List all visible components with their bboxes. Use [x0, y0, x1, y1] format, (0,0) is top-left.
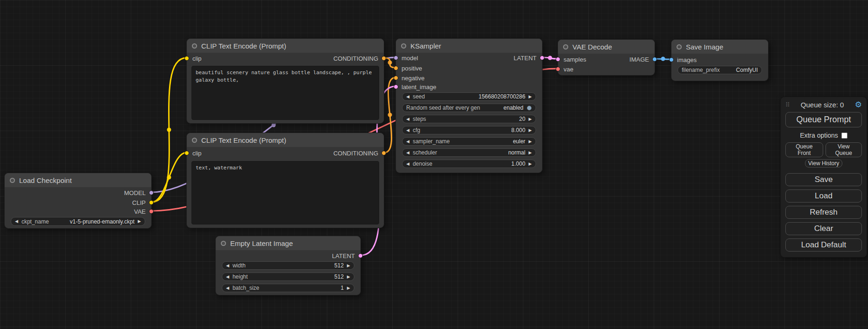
input-slot-negative[interactable]: negative [394, 74, 424, 82]
decrement-arrow-icon[interactable]: ◀ [15, 219, 18, 224]
model-port-icon[interactable] [149, 190, 154, 195]
node-load-checkpoint[interactable]: Load Checkpoint MODEL CLIP VAE ◀ ckpt_na… [4, 173, 152, 229]
node-title-bar[interactable]: CLIP Text Encode (Prompt) [187, 133, 384, 147]
widget-batch-size[interactable]: ◀ batch_size 1 ▶ [222, 284, 354, 292]
node-title-bar[interactable]: Load Checkpoint [5, 173, 151, 187]
node-empty-latent-image[interactable]: Empty Latent Image LATENT ◀ width 512 ▶ … [215, 236, 361, 295]
node-title-bar[interactable]: Empty Latent Image [216, 236, 360, 250]
input-slot-model[interactable]: model [394, 54, 418, 62]
decrement-arrow-icon[interactable]: ◀ [406, 128, 409, 133]
node-title-bar[interactable]: Save Image [671, 40, 768, 54]
decrement-arrow-icon[interactable]: ◀ [226, 275, 229, 279]
clear-button[interactable]: Clear [785, 222, 862, 235]
conditioning-port-icon[interactable] [381, 151, 386, 155]
increment-arrow-icon[interactable]: ▶ [529, 128, 532, 133]
increment-arrow-icon[interactable]: ▶ [529, 151, 532, 155]
output-slot-model[interactable]: MODEL [124, 189, 154, 197]
conditioning-port-icon[interactable] [381, 56, 386, 61]
positive-prompt-textarea[interactable] [191, 66, 379, 120]
collapse-dot-icon[interactable] [563, 44, 568, 49]
increment-arrow-icon[interactable]: ▶ [529, 162, 532, 166]
conditioning-port-icon[interactable] [394, 66, 398, 70]
decrement-arrow-icon[interactable]: ◀ [406, 151, 409, 155]
widget-steps[interactable]: ◀ steps 20 ▶ [402, 115, 536, 123]
node-title-bar[interactable]: KSampler [396, 39, 542, 53]
vae-port-icon[interactable] [556, 67, 560, 71]
output-slot-image[interactable]: IMAGE [629, 55, 657, 63]
load-default-button[interactable]: Load Default [785, 238, 862, 252]
view-queue-button[interactable]: View Queue [826, 142, 862, 157]
input-slot-latent-image[interactable]: latent_image [394, 83, 436, 91]
widget-seed[interactable]: ◀ seed 156680208700286 ▶ [402, 92, 536, 101]
output-slot-vae[interactable]: VAE [134, 207, 154, 216]
node-title-bar[interactable]: CLIP Text Encode (Prompt) [187, 39, 384, 53]
input-slot-clip[interactable]: clip [184, 54, 202, 63]
drag-handle-icon[interactable]: ⠿ [785, 101, 790, 108]
node-vae-decode[interactable]: VAE Decode samples vae IMAGE [557, 39, 655, 76]
collapse-dot-icon[interactable] [192, 43, 197, 49]
widget-scheduler[interactable]: ◀ scheduler normal ▶ [402, 148, 536, 157]
vae-port-icon[interactable] [149, 209, 154, 214]
output-slot-latent[interactable]: LATENT [332, 252, 363, 260]
widget-sampler-name[interactable]: ◀ sampler_name euler ▶ [402, 137, 536, 146]
widget-height[interactable]: ◀ height 512 ▶ [222, 273, 354, 281]
view-history-button[interactable]: View History [805, 159, 842, 168]
increment-arrow-icon[interactable]: ▶ [347, 275, 350, 279]
widget-filename-prefix[interactable]: filename_prefix ComfyUI [677, 66, 762, 74]
widget-control-after-generate[interactable]: Random seed after every gen enabled [402, 104, 536, 112]
input-slot-samples[interactable]: samples [556, 55, 586, 63]
image-port-icon[interactable] [669, 57, 674, 62]
model-port-icon[interactable] [394, 56, 398, 60]
node-clip-text-encode-positive[interactable]: CLIP Text Encode (Prompt) clip CONDITION… [186, 38, 384, 124]
decrement-arrow-icon[interactable]: ◀ [406, 162, 409, 166]
load-button[interactable]: Load [785, 189, 862, 203]
latent-port-icon[interactable] [540, 56, 544, 60]
output-slot-clip[interactable]: CLIP [132, 198, 154, 207]
queue-prompt-button[interactable]: Queue Prompt [785, 112, 862, 127]
input-slot-vae[interactable]: vae [556, 65, 573, 73]
refresh-button[interactable]: Refresh [785, 206, 862, 219]
latent-port-icon[interactable] [358, 253, 363, 258]
increment-arrow-icon[interactable]: ▶ [529, 117, 532, 121]
increment-arrow-icon[interactable]: ▶ [138, 219, 141, 224]
decrement-arrow-icon[interactable]: ◀ [406, 140, 409, 144]
node-clip-text-encode-negative[interactable]: CLIP Text Encode (Prompt) clip CONDITION… [186, 133, 384, 228]
extra-options-checkbox[interactable] [841, 133, 847, 139]
increment-arrow-icon[interactable]: ▶ [529, 95, 532, 99]
node-title-bar[interactable]: VAE Decode [558, 40, 655, 54]
latent-port-icon[interactable] [394, 84, 398, 89]
widget-ckpt-name[interactable]: ◀ ckpt_name v1-5-pruned-emaonly.ckpt ▶ [11, 217, 145, 226]
collapse-dot-icon[interactable] [221, 241, 226, 246]
decrement-arrow-icon[interactable]: ◀ [406, 95, 409, 99]
widget-width[interactable]: ◀ width 512 ▶ [222, 261, 354, 270]
clip-port-icon[interactable] [184, 151, 189, 155]
node-ksampler[interactable]: KSampler model positive negative latent_… [395, 38, 543, 173]
decrement-arrow-icon[interactable]: ◀ [226, 264, 229, 268]
image-port-icon[interactable] [652, 57, 657, 62]
widget-cfg[interactable]: ◀ cfg 8.000 ▶ [402, 126, 536, 134]
toggle-indicator-icon[interactable] [527, 105, 532, 111]
input-slot-positive[interactable]: positive [394, 64, 422, 72]
collapse-dot-icon[interactable] [401, 43, 406, 49]
collapse-dot-icon[interactable] [10, 178, 15, 183]
latent-port-icon[interactable] [556, 57, 560, 62]
conditioning-port-icon[interactable] [394, 76, 398, 80]
collapse-dot-icon[interactable] [677, 44, 682, 49]
negative-prompt-textarea[interactable] [191, 161, 379, 224]
decrement-arrow-icon[interactable]: ◀ [406, 117, 409, 121]
decrement-arrow-icon[interactable]: ◀ [226, 286, 229, 290]
queue-front-button[interactable]: Queue Front [785, 142, 823, 157]
output-slot-conditioning[interactable]: CONDITIONING [333, 54, 386, 63]
input-slot-images[interactable]: images [669, 56, 697, 64]
input-slot-clip[interactable]: clip [184, 149, 202, 157]
settings-gear-icon[interactable]: ⚙ [855, 101, 862, 109]
increment-arrow-icon[interactable]: ▶ [529, 140, 532, 144]
widget-denoise[interactable]: ◀ denoise 1.000 ▶ [402, 160, 536, 168]
node-save-image[interactable]: Save Image images filename_prefix ComfyU… [671, 39, 769, 81]
increment-arrow-icon[interactable]: ▶ [347, 286, 350, 290]
increment-arrow-icon[interactable]: ▶ [347, 264, 350, 268]
collapse-dot-icon[interactable] [192, 138, 197, 143]
save-button[interactable]: Save [785, 173, 862, 186]
output-slot-conditioning[interactable]: CONDITIONING [333, 149, 386, 157]
output-slot-latent[interactable]: LATENT [514, 54, 544, 62]
